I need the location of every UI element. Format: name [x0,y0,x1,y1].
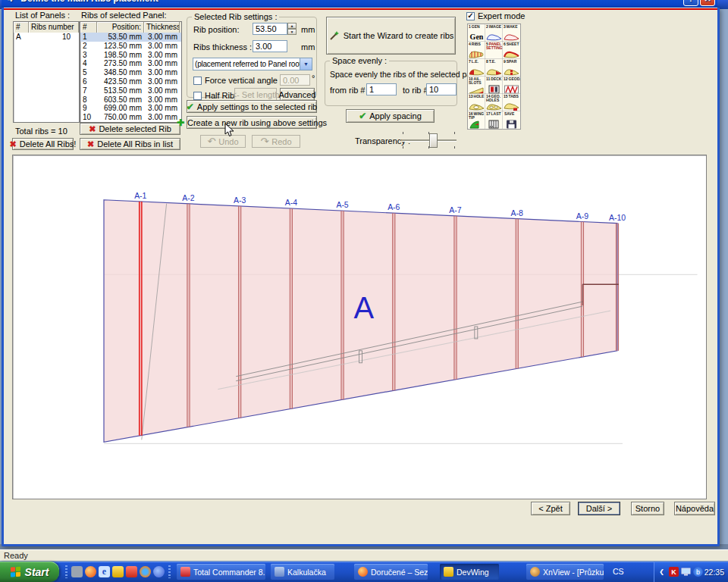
table-row[interactable]: A10 [14,33,79,42]
ribs-table[interactable]: # Position: Thickness: 153.50 mm3.00 mm2… [80,21,182,123]
table-row[interactable]: 6423.50 mm3.00 mm [80,77,181,86]
taskband-grip[interactable] [168,565,171,578]
force-angle-checkbox[interactable]: Force vertical angle = [193,76,284,85]
toolbox-item-spar[interactable]: 9SPAR [503,59,520,77]
wing-rib-A-7[interactable] [454,216,457,380]
toolbox-item-sheet[interactable]: 6SHEET [503,42,520,59]
wing-rib-A-8[interactable] [516,219,519,369]
advanced-button[interactable]: Advanced [280,88,315,101]
bluetooth-icon[interactable]: b [693,567,703,577]
from-rib-input[interactable]: 1 [366,83,397,95]
help-button[interactable]: Nápověda [674,502,715,515]
table-row[interactable]: 8603.50 mm3.00 mm [80,95,181,105]
toolbox-item-gen[interactable]: 1GenGen [468,24,485,42]
delete-all-ribs-button[interactable]: ✖ Delete All Ribs! [12,138,74,150]
save-icon [503,119,520,129]
wing-rib-A-2[interactable] [187,204,190,427]
transparency-slider[interactable] [400,131,458,149]
panels-col-num[interactable]: # [14,22,29,33]
undo-icon: ↶ [207,138,215,146]
toolbox-item-wing-tip[interactable]: 16WING TIP [468,111,485,129]
task-button-kalkula-ka[interactable]: Kalkulačka [271,564,334,580]
toolbox-item-ail-slots[interactable]: 10AIL. SLOTS [468,77,485,94]
placement-dropdown[interactable]: (placement referred to Panel root) ▼ [193,58,312,70]
task-button-xnview-pr-zkumni-[interactable]: XnView - [Průzkumni... [526,564,604,580]
image-icon [485,32,503,42]
chevron-down-icon[interactable]: ▼ [300,58,312,70]
next-button[interactable]: Další > [578,502,620,515]
toolbox-item-deck[interactable]: 11DECK [485,77,503,94]
apply-settings-button[interactable]: ✔ Apply settings to the selected rib [187,100,317,113]
app-red-icon[interactable] [126,566,137,577]
wing-rib-A-4[interactable] [290,208,293,408]
devwing-icon [444,567,453,577]
table-row[interactable]: 10750.00 mm3.00 mm [80,113,181,122]
table-row[interactable]: 3198.50 mm3.00 mm [80,51,181,60]
toolbox-item-panel-setting[interactable]: 5PANEL SETTING [485,42,503,59]
toolbox-item-te[interactable]: 8T.E. [485,59,503,77]
slider-thumb[interactable] [429,133,438,148]
help-icon[interactable]: ? [683,0,698,6]
player-icon[interactable] [140,566,151,577]
delete-selected-rib-button[interactable]: ✖ Delete selected Rib [80,123,180,135]
toolbox-item-tabs[interactable]: 15TABS [503,94,520,111]
table-row[interactable]: 9699.00 mm3.00 mm [80,104,181,113]
expert-mode-checkbox[interactable]: ✓ Expert mode [466,11,525,20]
ribs-col-position[interactable]: Position: [97,22,144,33]
toolbox-item-geod[interactable]: 12GEOD. [503,77,520,94]
dialog-titlebar[interactable]: 4 - Define the main Ribs placement ? ✕ [2,0,717,8]
toolbox-item-save[interactable]: SAVE [503,111,520,129]
ie-icon[interactable]: e [99,566,110,577]
messenger-icon[interactable] [153,566,165,577]
toolbox-item-image[interactable]: 2Image [485,24,503,42]
wing-rib-A-5[interactable] [341,211,344,399]
panels-col-ribs[interactable]: Ribs number [29,22,79,33]
back-button[interactable]: < Zpět [531,502,570,515]
toolbox-item-ribs[interactable]: 4RIBS [468,42,485,59]
wing-drawing-canvas[interactable]: A-1A-2A-3A-4A-5A-6A-7A-8A-9A-10A [12,155,707,499]
language-indicator[interactable]: CS [613,567,624,576]
task-button-doru-en-seznam-[interactable]: Doručené – Seznam ... [354,564,428,580]
firefox-icon[interactable] [85,566,96,577]
delete-all-ribs-in-list-button[interactable]: ✖ Delete All Ribs in list [80,138,180,150]
toolbox-item-hole[interactable]: 13HOLE [468,94,485,111]
to-rib-input[interactable]: 10 [426,83,457,95]
wing-rib-A-10[interactable] [616,224,619,351]
wing-rib-A-1[interactable] [139,202,142,436]
create-rib-button[interactable]: ✚ Create a new rib using above settings [187,116,317,129]
wing-rib-A-6[interactable] [392,213,395,390]
toolbox-item-make[interactable]: 3Make [503,24,520,42]
phone-icon[interactable] [71,566,83,577]
panels-table[interactable]: # Ribs number A10 [13,21,80,123]
app-yellow-icon[interactable] [112,566,124,577]
checkmark-icon: ✓ [466,12,475,20]
rib-position-input[interactable]: 53.50 [253,23,287,35]
close-icon[interactable]: ✕ [700,0,715,6]
rib-position-stepper[interactable]: ▲▼ [287,23,297,35]
display-icon[interactable] [681,567,691,577]
table-row[interactable]: 4273.50 mm3.00 mm [80,59,181,68]
le-icon [468,67,485,77]
ribs-col-thickness[interactable]: Thickness: [144,22,180,33]
table-row[interactable]: 2123.50 mm3.00 mm [80,42,181,51]
cancel-button[interactable]: Storno [631,502,664,515]
start-button[interactable]: Start [0,562,59,582]
half-rib-checkbox[interactable]: Half Rib [193,91,234,100]
start-wizard-button[interactable]: Start the Wizard to create ribs [326,17,456,55]
table-row[interactable]: 153.50 mm3.00 mm [80,33,181,42]
chevron-left-icon[interactable]: ❮ [657,567,667,577]
table-row[interactable]: 5348.50 mm3.00 mm [80,68,181,77]
task-button-devwing[interactable]: DevWing [440,564,499,580]
task-button-total-commander-8-[interactable]: Total Commander 8.... [177,564,265,580]
ribs-col-num[interactable]: # [80,22,97,33]
rib-thickness-input[interactable]: 3.00 [253,40,287,52]
toolbox-item-le[interactable]: 7L.E. [468,59,485,77]
quick-launch-grip[interactable] [65,565,67,578]
apply-spacing-button[interactable]: ✔ Apply spacing [346,109,435,123]
taskbar-clock[interactable]: 22:35 [704,568,724,577]
table-row[interactable]: 7513.50 mm3.00 mm [80,86,181,95]
wing-rib-A-3[interactable] [238,206,241,418]
toolbox-item-geo-holes[interactable]: 14GEO. HOLES [485,94,503,111]
toolbox-item-last[interactable]: 17LAST [485,111,503,129]
kaspersky-icon[interactable]: K [669,567,679,577]
